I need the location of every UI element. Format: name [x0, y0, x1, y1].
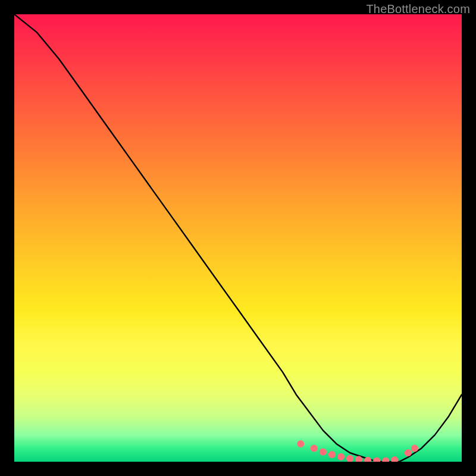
highlight-dot: [337, 453, 345, 461]
highlight-dot: [373, 458, 380, 462]
chart-overlay: [14, 14, 462, 462]
highlight-dot: [391, 456, 398, 462]
highlight-dots: [297, 440, 418, 462]
main-curve: [14, 14, 462, 462]
highlight-dot: [382, 458, 389, 462]
highlight-dot: [297, 440, 304, 447]
highlight-dot: [346, 455, 353, 462]
highlight-dot: [405, 449, 412, 456]
heatmap-plot: [14, 14, 462, 462]
highlight-dot: [328, 451, 336, 458]
highlight-dot: [320, 449, 327, 456]
highlight-dot: [411, 444, 418, 452]
highlight-dot: [311, 444, 318, 452]
chart-stage: TheBottleneck.com: [0, 0, 476, 476]
